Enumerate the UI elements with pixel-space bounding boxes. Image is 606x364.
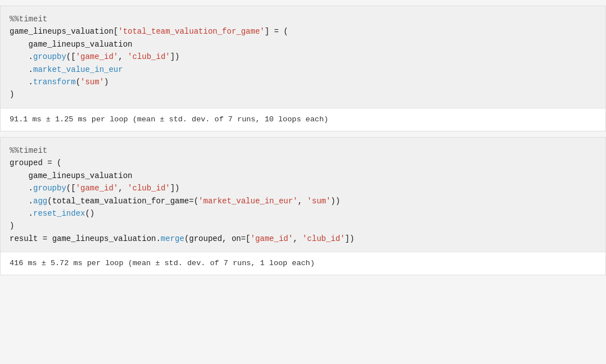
code-token: . bbox=[10, 52, 33, 61]
code-token: . bbox=[10, 65, 33, 74]
code-token: = ( bbox=[43, 158, 62, 167]
cell-group-2: %%timeit grouped = ( game_lineups_valuat… bbox=[0, 137, 606, 275]
code-token: ]) bbox=[170, 184, 180, 193]
code-token: ] bbox=[265, 27, 269, 36]
cell-group-1: %%timeit game_lineups_valuation['total_t… bbox=[0, 6, 606, 131]
code-line-2-1: %%timeit bbox=[10, 146, 47, 155]
code-token: , bbox=[293, 234, 297, 243]
code-token: = ( bbox=[269, 27, 288, 36]
code-line-2-5: .agg(total_team_valuation_for_game=('mar… bbox=[10, 197, 340, 206]
code-token: grouped bbox=[10, 158, 43, 167]
code-token: 'market_value_in_eur' bbox=[198, 197, 297, 206]
code-token: %%timeit bbox=[10, 146, 47, 155]
code-token: [ bbox=[246, 234, 250, 243]
code-token: ]) bbox=[170, 52, 180, 61]
code-token: [ bbox=[114, 27, 118, 36]
code-token: groupby bbox=[33, 52, 66, 61]
code-line-2-8: result = game_lineups_valuation.merge(gr… bbox=[10, 234, 354, 243]
code-token: on= bbox=[227, 234, 246, 243]
code-token: ]) bbox=[345, 234, 355, 243]
code-block-2: %%timeit grouped = ( game_lineups_valuat… bbox=[1, 138, 605, 252]
code-token: , bbox=[118, 52, 123, 61]
code-block-1: %%timeit game_lineups_valuation['total_t… bbox=[1, 6, 605, 108]
code-token: 'sum' bbox=[80, 78, 104, 87]
code-token: game_lineups_valuation bbox=[10, 171, 132, 180]
code-token: groupby bbox=[33, 184, 66, 193]
code-token: . bbox=[10, 197, 33, 206]
code-token: 'game_id' bbox=[76, 184, 119, 193]
code-line-1-7: ) bbox=[10, 90, 14, 99]
code-token: 'club_id' bbox=[128, 184, 170, 193]
code-token: transform bbox=[33, 78, 76, 87]
code-token: 'club_id' bbox=[128, 52, 170, 61]
code-token: = game_lineups_valuation. bbox=[38, 234, 160, 243]
code-line-2-2: grouped = ( bbox=[10, 158, 61, 167]
code-line-1-5: .market_value_in_eur bbox=[10, 65, 123, 74]
code-token bbox=[123, 184, 128, 193]
code-token: 'sum' bbox=[307, 197, 331, 206]
code-line-1-2: game_lineups_valuation['total_team_valua… bbox=[10, 27, 288, 36]
code-token: merge bbox=[161, 234, 184, 243]
code-token: 'total_team_valuation_for_game' bbox=[118, 27, 264, 36]
code-line-2-6: .reset_index() bbox=[10, 209, 94, 218]
code-token: )) bbox=[331, 197, 340, 206]
code-token: (total_team_valuation_for_game=( bbox=[47, 197, 198, 206]
notebook-container: %%timeit game_lineups_valuation['total_t… bbox=[0, 0, 606, 364]
code-token: ( bbox=[76, 78, 80, 87]
code-line-1-3: game_lineups_valuation bbox=[10, 40, 132, 49]
code-token: result bbox=[10, 234, 38, 243]
code-token: 'game_id' bbox=[251, 234, 293, 243]
code-token: 'game_id' bbox=[76, 52, 119, 61]
code-token: , bbox=[118, 184, 123, 193]
code-token bbox=[298, 234, 302, 243]
code-token: . bbox=[10, 209, 33, 218]
code-token: market_value_in_eur bbox=[33, 65, 123, 74]
code-token: ([ bbox=[66, 52, 76, 61]
code-token: ) bbox=[10, 90, 14, 99]
code-token: ([ bbox=[66, 184, 76, 193]
code-line-2-3: game_lineups_valuation bbox=[10, 171, 132, 180]
code-token: reset_index bbox=[33, 209, 85, 218]
code-line-1-6: .transform('sum') bbox=[10, 78, 108, 87]
code-token: %%timeit bbox=[10, 15, 47, 24]
code-line-2-4: .groupby(['game_id', 'club_id']) bbox=[10, 184, 180, 193]
code-token: (grouped, bbox=[184, 234, 227, 243]
code-token: ) bbox=[10, 221, 14, 230]
code-token bbox=[123, 52, 128, 61]
code-token: 'club_id' bbox=[302, 234, 345, 243]
code-token: . bbox=[10, 184, 33, 193]
output-block-1: 91.1 ms ± 1.25 ms per loop (mean ± std. … bbox=[1, 108, 605, 131]
code-token: game_lineups_valuation bbox=[10, 40, 132, 49]
code-token: , bbox=[298, 197, 302, 206]
output-block-2: 416 ms ± 5.72 ms per loop (mean ± std. d… bbox=[1, 252, 605, 275]
code-token: game_lineups_valuation bbox=[10, 27, 114, 36]
code-line-1-4: .groupby(['game_id', 'club_id']) bbox=[10, 52, 180, 61]
code-line-1-1: %%timeit bbox=[10, 15, 47, 24]
code-token: ) bbox=[104, 78, 108, 87]
code-line-2-7: ) bbox=[10, 221, 14, 230]
code-token: agg bbox=[33, 197, 47, 206]
code-token: . bbox=[10, 78, 33, 87]
code-token: () bbox=[85, 209, 94, 218]
